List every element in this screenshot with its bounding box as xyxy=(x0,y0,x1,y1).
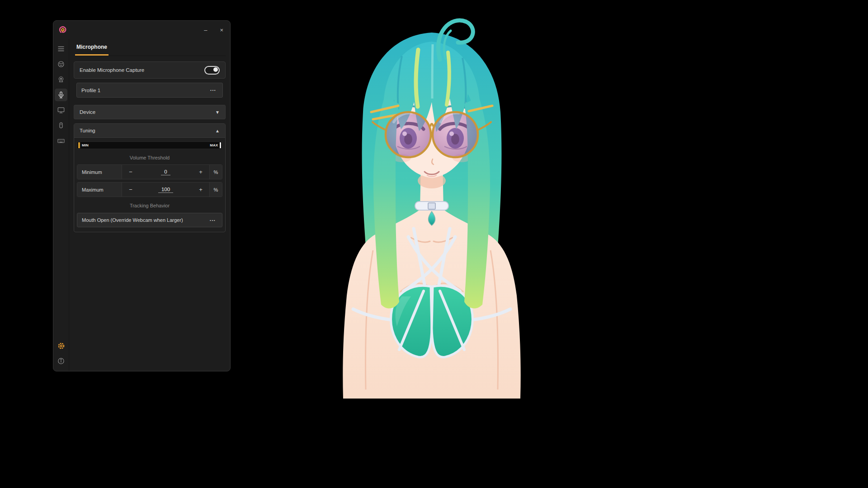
microphone-settings-content: Microphone Enable Microphone Capture Pro… xyxy=(69,39,230,371)
face-icon xyxy=(57,60,65,68)
maximum-value-field[interactable]: 100 xyxy=(139,183,192,197)
volume-threshold-title: Volume Threshold xyxy=(74,155,225,160)
minimum-label: Minimum xyxy=(77,165,122,179)
chevron-down-icon: ▼ xyxy=(215,110,220,115)
app-background: – × xyxy=(0,0,868,488)
titlebar: – × xyxy=(53,21,230,39)
device-expander[interactable]: Device ▼ xyxy=(74,105,226,119)
microphone-icon xyxy=(57,91,65,99)
minimum-increment-button[interactable]: + xyxy=(192,165,209,179)
profile-menu-button[interactable]: ••• xyxy=(208,87,218,93)
keyboard-icon xyxy=(57,137,65,145)
mouse-icon xyxy=(57,122,65,130)
maximum-increment-button[interactable]: + xyxy=(192,183,209,197)
app-logo-icon xyxy=(57,24,68,35)
sidebar-item-face-tracking[interactable] xyxy=(55,58,67,70)
meter-min-label: MIN xyxy=(82,143,89,147)
tracking-behavior-title: Tracking Behavior xyxy=(74,203,225,208)
profile-selector[interactable]: Profile 1 ••• xyxy=(76,83,223,98)
camera-icon xyxy=(57,75,65,84)
minimize-button[interactable]: – xyxy=(200,26,211,34)
meter-max-label: MAX xyxy=(210,143,218,147)
tracking-behavior-selector[interactable]: Mouth Open (Override Webcam when Larger)… xyxy=(77,213,222,227)
info-icon xyxy=(57,357,65,365)
maximum-threshold-row: Maximum − 100 + % xyxy=(77,182,222,197)
monitor-icon xyxy=(57,106,65,114)
tuning-label: Tuning xyxy=(80,128,95,133)
toggle-knob xyxy=(213,67,218,72)
volume-level-meter: MIN MAX xyxy=(77,141,222,149)
enable-microphone-label: Enable Microphone Capture xyxy=(80,67,144,73)
sidebar xyxy=(53,39,69,371)
tracking-menu-button[interactable]: ••• xyxy=(208,217,217,223)
profile-label: Profile 1 xyxy=(81,88,100,93)
sidebar-item-settings[interactable] xyxy=(55,339,67,352)
minimum-value-field[interactable]: 0 xyxy=(139,165,192,179)
hamburger-icon xyxy=(57,45,65,53)
sidebar-item-menu[interactable] xyxy=(55,42,67,55)
sidebar-item-about[interactable] xyxy=(55,355,67,367)
minimum-decrement-button[interactable]: − xyxy=(122,165,139,179)
maximum-unit-label: % xyxy=(209,183,222,197)
sidebar-item-camera[interactable] xyxy=(55,73,67,86)
vtuber-avatar xyxy=(305,14,558,399)
chevron-up-icon: ▲ xyxy=(215,128,220,133)
sidebar-item-mouse[interactable] xyxy=(55,119,67,132)
close-button[interactable]: × xyxy=(216,26,227,34)
gear-icon xyxy=(57,342,66,350)
tuning-expander[interactable]: Tuning ▲ xyxy=(74,124,225,138)
microphone-settings-window: – × xyxy=(53,20,231,371)
sidebar-item-microphone[interactable] xyxy=(55,89,67,101)
sidebar-item-keyboard[interactable] xyxy=(55,135,67,147)
meter-max-marker xyxy=(220,142,221,148)
tracking-behavior-value: Mouth Open (Override Webcam when Larger) xyxy=(82,217,183,223)
enable-microphone-row: Enable Microphone Capture xyxy=(74,61,226,79)
sidebar-item-display[interactable] xyxy=(55,104,67,117)
tuning-section: Tuning ▲ MIN MAX Volume Threshold Minimu… xyxy=(74,123,226,232)
tab-bar: Microphone xyxy=(74,39,226,56)
maximum-label: Maximum xyxy=(77,183,122,197)
enable-microphone-toggle[interactable] xyxy=(204,66,220,75)
meter-min-marker xyxy=(78,142,80,148)
maximum-decrement-button[interactable]: − xyxy=(122,183,139,197)
tab-microphone[interactable]: Microphone xyxy=(75,39,108,56)
minimum-unit-label: % xyxy=(209,165,222,179)
minimum-threshold-row: Minimum − 0 + % xyxy=(77,164,222,179)
device-label: Device xyxy=(80,109,95,115)
